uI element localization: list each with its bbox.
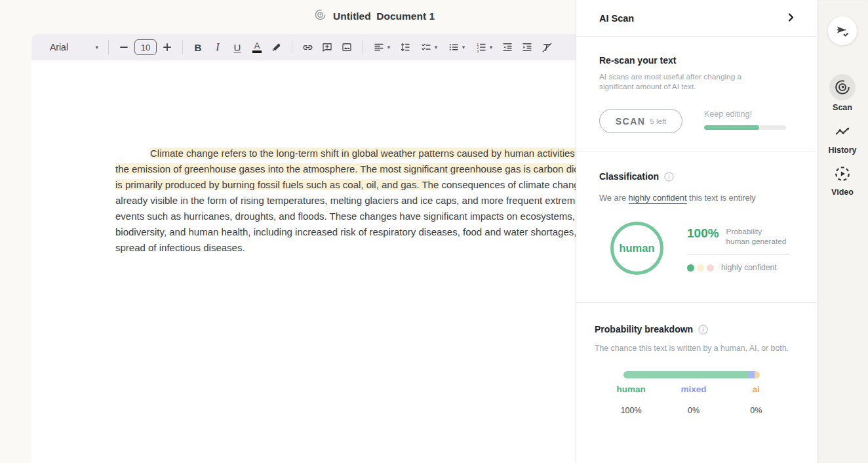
keep-editing-label: Keep editing! bbox=[704, 110, 786, 119]
toolbar-divider bbox=[182, 40, 183, 54]
svg-text:3: 3 bbox=[477, 49, 479, 53]
increase-indent-button[interactable] bbox=[518, 38, 536, 56]
probability-label: Probability human generated bbox=[726, 227, 787, 246]
breakdown-description: The chance this text is written by a hum… bbox=[595, 344, 797, 353]
edit-progress-fill bbox=[704, 125, 759, 130]
line-spacing-button[interactable] bbox=[396, 38, 414, 56]
probability-percent: 100% bbox=[687, 227, 719, 241]
result-divider bbox=[687, 254, 789, 255]
info-icon[interactable] bbox=[664, 172, 674, 182]
rail-label-video: Video bbox=[831, 188, 854, 197]
confidence-dot-yellow bbox=[697, 264, 704, 272]
breakdown-bar-mixed bbox=[749, 371, 754, 378]
breakdown-value-ai: 0% bbox=[725, 406, 787, 415]
info-icon[interactable] bbox=[698, 325, 708, 334]
breakdown-bar-human bbox=[623, 371, 749, 378]
human-badge-label: human bbox=[619, 242, 654, 254]
numbered-list-button[interactable]: 123▾ bbox=[471, 38, 497, 56]
video-play-icon bbox=[829, 163, 856, 185]
confidence-level-label: highly confident bbox=[721, 263, 777, 272]
history-chart-icon bbox=[829, 121, 856, 143]
breakdown-label-ai: ai bbox=[725, 384, 787, 394]
font-size-input[interactable]: 10 bbox=[134, 39, 157, 55]
breakdown-heading: Probability breakdown bbox=[595, 324, 693, 334]
ai-scan-panel: AI Scan Re-scan your text AI scans are m… bbox=[576, 0, 817, 463]
add-comment-button[interactable] bbox=[318, 38, 336, 56]
chevron-right-icon[interactable] bbox=[787, 12, 795, 24]
chevron-down-icon: ▾ bbox=[95, 44, 98, 50]
text-color-swatch bbox=[252, 50, 262, 53]
document-text[interactable]: Climate change refers to the long-term s… bbox=[115, 146, 628, 256]
scan-button[interactable]: SCAN 5 left bbox=[599, 109, 682, 133]
bold-button[interactable]: B bbox=[189, 38, 207, 56]
document-title[interactable]: Untitled Document 1 bbox=[333, 10, 435, 22]
highlight-color-button[interactable] bbox=[267, 38, 286, 56]
formatting-toolbar: Arial ▾ 10 B I U A ▾ ▾ ▾ 123▾ bbox=[31, 34, 576, 60]
toolbar-divider bbox=[362, 40, 363, 54]
italic-button[interactable]: I bbox=[208, 38, 227, 56]
breakdown-label-human: human bbox=[600, 384, 662, 394]
rescan-heading: Re-scan your text bbox=[599, 55, 797, 66]
text-color-button[interactable]: A bbox=[248, 38, 266, 56]
bulleted-list-button[interactable]: ▾ bbox=[443, 38, 469, 56]
breakdown-value-human: 100% bbox=[600, 406, 662, 415]
decrease-font-size-button[interactable] bbox=[115, 38, 133, 56]
classification-heading: Classification bbox=[599, 171, 659, 182]
breakdown-bar bbox=[623, 371, 760, 378]
scan-button-label: SCAN bbox=[616, 116, 646, 127]
document-header: Untitled Document 1 bbox=[0, 0, 576, 31]
breakdown-value-mixed: 0% bbox=[662, 406, 724, 415]
insert-image-button[interactable] bbox=[338, 38, 356, 56]
toolbar-divider bbox=[292, 40, 292, 54]
send-check-icon bbox=[835, 23, 850, 39]
classification-section: Classification We are highly confident t… bbox=[576, 151, 817, 303]
rail-item-scan[interactable]: Scan bbox=[817, 74, 868, 112]
rail-label-history: History bbox=[828, 146, 856, 155]
confidence-dot-green bbox=[687, 264, 694, 272]
font-family-value: Arial bbox=[50, 42, 68, 52]
breakdown-bar-ai bbox=[755, 371, 760, 378]
insert-link-button[interactable] bbox=[298, 38, 317, 56]
increase-font-size-button[interactable] bbox=[158, 38, 176, 56]
clear-formatting-button[interactable] bbox=[538, 38, 556, 56]
assistant-send-button[interactable] bbox=[828, 16, 857, 45]
human-badge: human bbox=[610, 222, 663, 275]
font-family-dropdown[interactable]: Arial ▾ bbox=[46, 38, 102, 56]
ai-scan-header[interactable]: AI Scan bbox=[576, 0, 817, 37]
decrease-indent-button[interactable] bbox=[498, 38, 517, 56]
classification-sentence: We are highly confident this text is ent… bbox=[599, 193, 797, 203]
align-button[interactable]: ▾ bbox=[368, 38, 395, 56]
rescan-description: AI scans are most useful after changing … bbox=[599, 72, 763, 91]
rescan-section: Re-scan your text AI scans are most usef… bbox=[576, 37, 817, 151]
toolbar-divider bbox=[108, 40, 109, 54]
rail-item-history[interactable]: History bbox=[817, 121, 868, 155]
scan-spiral-icon bbox=[829, 74, 856, 100]
edit-progress-bar bbox=[704, 125, 786, 130]
side-rail: Scan History Video bbox=[817, 0, 868, 463]
panel-title: AI Scan bbox=[599, 13, 634, 24]
breakdown-label-mixed: mixed bbox=[662, 384, 724, 394]
underline-button[interactable]: U bbox=[228, 38, 247, 56]
checklist-button[interactable]: ▾ bbox=[416, 38, 442, 56]
rail-label-scan: Scan bbox=[833, 103, 852, 112]
probability-breakdown-section: Probability breakdown The chance this te… bbox=[576, 303, 817, 415]
app-logo-spiral-icon bbox=[314, 9, 326, 24]
confidence-term[interactable]: highly confident bbox=[629, 193, 687, 204]
rail-item-video[interactable]: Video bbox=[817, 163, 868, 197]
scans-left-badge: 5 left bbox=[650, 117, 666, 125]
confidence-dot-pink bbox=[707, 264, 714, 272]
